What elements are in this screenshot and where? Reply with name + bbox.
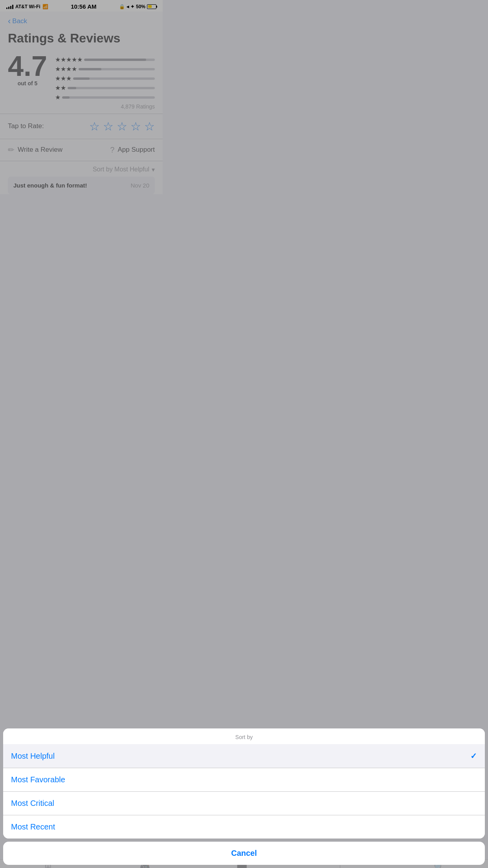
overlay-dim — [0, 0, 163, 289]
